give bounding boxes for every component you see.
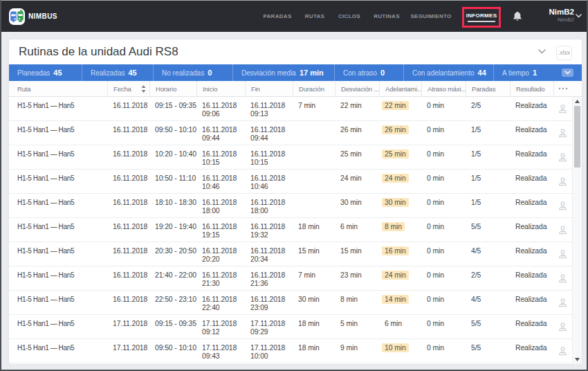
cell-date: 16.11.2018 [250, 247, 291, 255]
table-row[interactable]: H1-5 Han1 — Han517.11.201809:50 - 10:101… [9, 339, 582, 363]
summary-stat-value: 1 [533, 69, 537, 77]
driver-icon[interactable] [553, 194, 572, 217]
column-header-fin[interactable]: Fin [245, 81, 293, 96]
menu-item-seguimiento[interactable]: SEGUIMIENTO [410, 1, 451, 32]
brand-name: NIMBUS [28, 12, 57, 20]
account-menu[interactable]: NimB2 NimB2 [549, 7, 574, 23]
cell-horario: 09:50 - 10:10 [149, 339, 196, 363]
driver-icon[interactable] [553, 170, 572, 193]
notifications-bell-icon[interactable] [513, 10, 522, 22]
cell-adelanto: 16 min [379, 242, 421, 266]
cell-adelanto: 22 min [379, 97, 421, 120]
table-row[interactable]: H1-5 Han1 — Han516.11.201810:50 - 11:101… [9, 170, 582, 194]
menu-item-rutinas[interactable]: RUTINAS [374, 1, 400, 32]
table-row[interactable]: H1-5 Han1 — Han516.11.201820:30 - 20:501… [9, 242, 582, 266]
column-header-duracion[interactable]: Duración [293, 81, 335, 96]
cell-duracion: 30 min [293, 291, 335, 314]
column-header-horario[interactable]: Horario [149, 81, 196, 96]
account-chevron-down-icon[interactable] [576, 14, 582, 18]
brand[interactable]: NIMBUS [9, 1, 57, 32]
cell-date: 16.11.2018 [250, 296, 291, 304]
scroll-up-arrow-icon[interactable] [573, 97, 582, 106]
driver-icon[interactable] [553, 266, 572, 290]
cell-atraso: 0 min [421, 121, 466, 145]
column-header-label: Duración [299, 85, 324, 93]
driver-icon[interactable] [553, 291, 572, 314]
cell-duracion: 7 min [293, 97, 335, 120]
menu-item-rutas[interactable]: RUTAS [305, 1, 324, 32]
menu-item-ciclos[interactable]: CICLOS [338, 1, 360, 32]
column-header-ruta[interactable]: Ruta [9, 81, 107, 96]
column-header-label: Fin [251, 85, 260, 93]
cell-desviacion: 15 min [335, 242, 379, 266]
column-header-desviacion[interactable]: Desviación ... [335, 81, 379, 96]
highlighted-value: 24 min [382, 271, 409, 280]
menu-item-paradas[interactable]: PARADAS [263, 1, 291, 32]
report-collapse-chevron-icon[interactable] [538, 49, 546, 54]
cell-date: 16.11.2018 [250, 174, 291, 183]
column-header-fecha[interactable]: Fecha [107, 81, 149, 96]
table-row[interactable]: H1-5 Han1 — Han516.11.201818:10 - 18:301… [9, 194, 582, 218]
driver-icon[interactable] [553, 339, 572, 363]
cell-paradas: 1/5 [466, 170, 510, 193]
driver-icon[interactable] [553, 121, 572, 145]
cell-inicio: 16.11.201810:15 [196, 145, 245, 169]
cell-time: 10:15 [250, 159, 291, 167]
highlighted-value: 16 min [382, 246, 409, 255]
table-row[interactable]: H1-5 Han1 — Han516.11.201819:20 - 19:401… [9, 218, 582, 242]
column-header-adelanto[interactable]: Adelantami... [379, 81, 421, 96]
cell-time: 09:13 [250, 110, 291, 118]
cell-paradas: 1/5 [466, 194, 510, 217]
summary-stat-value: 45 [53, 69, 62, 77]
table-row[interactable]: H1-5 Han1 — Han516.11.201822:50 - 23:101… [9, 291, 582, 315]
menu-item-informes[interactable]: INFORMES [462, 7, 501, 28]
sort-icon[interactable] [141, 85, 146, 93]
top-navigation: NIMBUS PARADASRUTASCICLOSRUTINASSEGUIMIE… [1, 1, 587, 32]
table-row[interactable]: H1-5 Han1 — Han516.11.201821:40 - 22:001… [9, 266, 582, 291]
cell-horario: 20:30 - 20:50 [149, 242, 196, 266]
vertical-scrollbar[interactable] [572, 97, 582, 364]
cell-desviacion: 5 min [335, 315, 379, 338]
cell-date: 16.11.2018 [202, 223, 244, 231]
scrollbar-thumb[interactable] [574, 106, 580, 168]
table-row[interactable]: H1-5 Han1 — Han516.11.201810:20 - 10:401… [9, 145, 582, 170]
column-header-label: Ruta [17, 85, 30, 93]
column-header-inicio[interactable]: Inicio [196, 81, 245, 96]
summary-bar: Planeadas45Realizadas45No realizadas0Des… [9, 64, 582, 81]
column-header-atraso[interactable]: Atraso máxi... [421, 81, 466, 96]
cell-paradas: 1/5 [466, 145, 510, 169]
cell-fecha: 16.11.2018 [107, 97, 149, 120]
column-header-paradas[interactable]: Paradas [466, 81, 510, 96]
column-header-icon[interactable] [553, 81, 572, 96]
cell-horario: 09:15 - 09:35 [149, 97, 196, 120]
cell-atraso: 0 min [421, 170, 466, 193]
cell-date: 16.11.2018 [202, 247, 244, 255]
summary-toggle-button[interactable] [562, 69, 573, 77]
cell-fin: 16.11.201809:44 [245, 121, 293, 145]
highlighted-value: 10 min [382, 343, 409, 352]
cell-duracion: 15 min [293, 242, 335, 266]
driver-icon[interactable] [553, 242, 572, 266]
scroll-down-arrow-icon[interactable] [573, 355, 582, 364]
cell-atraso: 0 min [421, 339, 466, 363]
table-row[interactable]: H1-5 Han1 — Han516.11.201809:15 - 09:351… [9, 97, 582, 121]
cell-desviacion: 26 min [335, 121, 379, 145]
cell-adelanto: 6 min [379, 315, 421, 338]
cell-fin: 16.11.201819:32 [245, 218, 293, 242]
column-header-label: Fecha [113, 85, 131, 93]
driver-icon[interactable] [553, 145, 572, 169]
table-row[interactable]: H1-5 Han1 — Han517.11.201809:15 - 09:351… [9, 315, 582, 339]
summary-stat-2: No realizadas0 [153, 64, 232, 81]
column-header-resultado[interactable]: Resultado [510, 81, 553, 96]
cell-date: 16.11.2018 [250, 102, 291, 110]
table-row[interactable]: H1-5 Han1 — Han516.11.201809:50 - 10:101… [9, 121, 582, 145]
driver-icon[interactable] [553, 315, 572, 338]
export-xlsx-button[interactable]: .xlsx [556, 46, 572, 60]
report-title-row: Rutinas de la unidad Audi RS8 .xlsx [9, 39, 582, 64]
summary-stat-label: Con adelantamiento [412, 69, 475, 77]
driver-icon[interactable] [553, 97, 572, 120]
cell-paradas: 1/5 [466, 121, 510, 145]
cell-desviacion: 8 min [335, 291, 379, 314]
driver-icon[interactable] [553, 218, 572, 242]
highlighted-value: 30 min [382, 198, 409, 207]
